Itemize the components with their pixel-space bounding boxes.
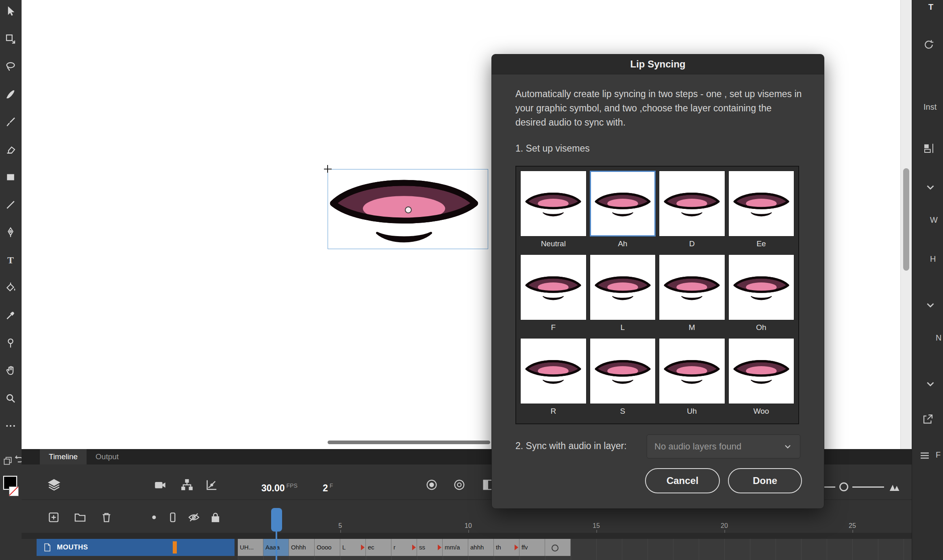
viseme-neutral[interactable]: Neutral	[520, 171, 587, 251]
frame-10[interactable]: ahhh	[468, 539, 494, 556]
viseme-label: M	[659, 320, 725, 335]
audio-layer-dropdown[interactable]: No audio layers found	[647, 434, 800, 458]
properties-panel: T Inst W H N F	[912, 0, 943, 560]
viseme-m[interactable]: M	[659, 254, 725, 335]
viseme-woo[interactable]: Woo	[728, 338, 795, 419]
insert-keyframe-button[interactable]	[148, 511, 161, 524]
viseme-thumbnail[interactable]	[728, 254, 795, 320]
cancel-button[interactable]: Cancel	[645, 468, 720, 493]
paint-bucket-tool[interactable]	[2, 279, 20, 297]
frame-5[interactable]: L	[340, 539, 366, 556]
viseme-thumbnail[interactable]	[659, 254, 725, 320]
onion-skin-icon[interactable]	[425, 478, 439, 492]
viseme-thumbnail[interactable]	[520, 338, 587, 404]
chevron-down-icon	[783, 442, 793, 451]
chevron-down-icon[interactable]	[924, 378, 936, 390]
frame-1[interactable]: UH...	[238, 539, 263, 556]
frame-size-small-icon[interactable]	[823, 486, 835, 488]
frame-3[interactable]: Ohhh	[289, 539, 315, 556]
classic-brush-tool[interactable]	[2, 113, 20, 131]
viseme-thumbnail[interactable]	[520, 254, 587, 320]
vertical-scrollbar-thumb[interactable]	[903, 168, 909, 271]
frame-size-slider[interactable]	[839, 482, 848, 491]
tab-timeline[interactable]: Timeline	[40, 449, 87, 464]
panel-menu-icon[interactable]	[919, 449, 931, 462]
viseme-thumbnail[interactable]	[728, 171, 795, 237]
onion-skin-outlines-icon[interactable]	[452, 478, 466, 492]
viseme-l[interactable]: L	[590, 254, 656, 335]
rectangle-tool[interactable]	[2, 168, 20, 186]
rotate-icon[interactable]	[923, 39, 935, 51]
frame-4[interactable]: Oooo	[315, 539, 340, 556]
hand-tool[interactable]	[2, 362, 20, 380]
free-transform-tool[interactable]	[2, 30, 20, 48]
frame-8[interactable]: ss	[417, 539, 443, 556]
chevron-down-icon[interactable]	[924, 299, 936, 311]
viseme-oh[interactable]: Oh	[728, 254, 795, 335]
pin-icon	[4, 337, 17, 349]
asset-warp-tool[interactable]	[2, 334, 20, 352]
more-tools[interactable]	[2, 417, 20, 435]
insert-blank-keyframe-button[interactable]	[166, 511, 179, 524]
viseme-thumbnail[interactable]	[659, 338, 725, 404]
viseme-thumbnail[interactable]	[590, 338, 656, 404]
layer-mouths[interactable]: MOUTHS	[37, 539, 235, 556]
viseme-ee[interactable]: Ee	[728, 171, 795, 251]
frame-13[interactable]	[545, 539, 571, 556]
stroke-color-swatch[interactable]	[9, 486, 19, 496]
swap-symbol-icon[interactable]	[922, 413, 934, 425]
panel-stack-icon[interactable]	[2, 456, 13, 466]
hide-layers-icon[interactable]	[187, 511, 200, 524]
graph-editor-icon[interactable]	[205, 478, 219, 492]
lock-layers-icon[interactable]	[209, 511, 222, 524]
viseme-r[interactable]: R	[520, 338, 587, 419]
lasso-tool[interactable]	[2, 58, 20, 76]
tab-output[interactable]: Output	[87, 449, 128, 464]
vertical-scrollbar[interactable]	[900, 0, 912, 449]
frame-size-large-icon[interactable]	[888, 481, 900, 493]
camera-icon[interactable]	[153, 478, 167, 492]
layer-parenting-icon[interactable]	[180, 478, 194, 492]
viseme-uh[interactable]: Uh	[659, 338, 725, 419]
done-button[interactable]: Done	[728, 468, 802, 493]
new-folder-button[interactable]	[74, 511, 87, 524]
ruler-number: 10	[465, 522, 472, 530]
show-layers-icon[interactable]	[47, 478, 61, 492]
dialog-titlebar[interactable]: Lip Syncing	[492, 54, 824, 74]
viseme-f[interactable]: F	[520, 254, 587, 335]
align-icon[interactable]	[923, 142, 935, 154]
frame-9[interactable]: mm/a	[443, 539, 468, 556]
viseme-ah[interactable]: Ah	[590, 171, 656, 251]
frame-6[interactable]: ec	[366, 539, 391, 556]
pen-tool[interactable]	[2, 224, 20, 241]
delete-layer-button[interactable]	[100, 511, 113, 524]
viseme-thumbnail[interactable]	[659, 171, 725, 237]
transform-icon	[4, 33, 17, 45]
playhead-handle[interactable]	[271, 508, 282, 532]
viseme-thumbnail[interactable]	[728, 338, 795, 404]
text-tool[interactable]: T	[2, 251, 20, 269]
viseme-thumbnail[interactable]	[590, 254, 656, 320]
selection-tool[interactable]	[2, 2, 20, 20]
zoom-tool[interactable]	[2, 389, 20, 407]
frame-11[interactable]: th	[494, 539, 519, 556]
frame-size-track[interactable]	[852, 486, 884, 488]
current-frame-indicator[interactable]: 2F	[323, 482, 333, 494]
fluid-brush-tool[interactable]	[2, 85, 20, 103]
viseme-d[interactable]: D	[659, 171, 725, 251]
eyedropper-tool[interactable]	[2, 306, 20, 324]
line-tool[interactable]	[2, 196, 20, 214]
eraser-tool[interactable]	[2, 141, 20, 158]
viseme-s[interactable]: S	[590, 338, 656, 419]
viseme-label: Oh	[728, 320, 795, 335]
viseme-thumbnail[interactable]	[520, 171, 587, 237]
frame-rate[interactable]: 30.00FPS	[261, 482, 298, 494]
lasso-icon	[4, 61, 17, 73]
new-layer-button[interactable]	[47, 511, 60, 524]
frame-7[interactable]: r	[391, 539, 417, 556]
frame-12[interactable]: ffv	[519, 539, 545, 556]
horizontal-scrollbar[interactable]	[328, 441, 490, 444]
viseme-thumbnail[interactable]	[590, 171, 656, 237]
transformation-point[interactable]	[405, 206, 412, 213]
chevron-down-icon[interactable]	[924, 181, 936, 193]
